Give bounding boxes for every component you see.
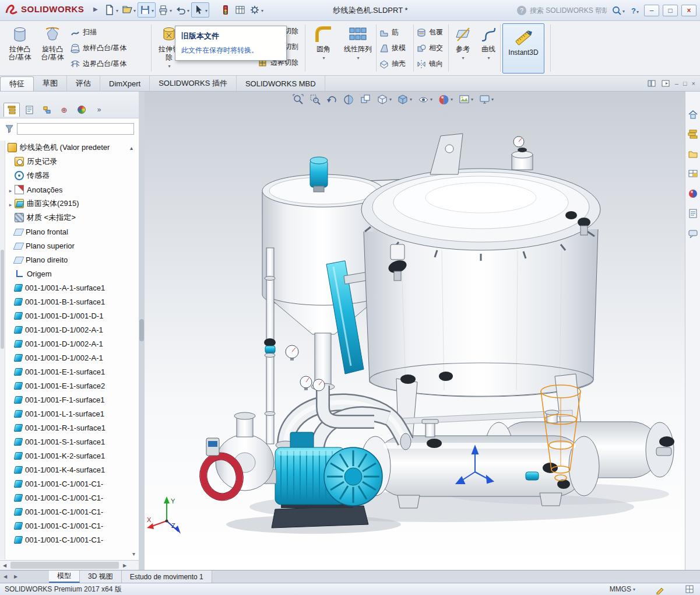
command-tab[interactable]: 评估: [67, 76, 100, 91]
instant3d-button[interactable]: Instant3D: [502, 23, 544, 74]
zoom-to-area-button[interactable]: [309, 94, 321, 105]
expand-panel-icon[interactable]: [685, 584, 694, 594]
tree-item[interactable]: 001-1/001-R-1-surface1: [6, 421, 138, 435]
tree-item[interactable]: Anotações: [6, 183, 138, 197]
tree-item[interactable]: Origem: [6, 267, 138, 281]
tree-item[interactable]: 001-1/001-K-4-surface1: [6, 463, 138, 477]
reference-geometry-button[interactable]: 参考: [450, 22, 476, 61]
doc-close-icon[interactable]: ×: [692, 80, 695, 87]
tree-item[interactable]: 材质 <未指定>: [6, 211, 138, 225]
save-button[interactable]: [138, 2, 156, 18]
maximize-button[interactable]: □: [663, 5, 678, 16]
tree-item[interactable]: 001-1/001-S-1-surface1: [6, 435, 138, 449]
appearances-icon[interactable]: [687, 187, 699, 200]
bottom-tab[interactable]: 3D 视图: [80, 570, 122, 583]
tree-item[interactable]: 001-1/001-B-1-surface1: [6, 295, 138, 309]
section-view-button[interactable]: [343, 94, 354, 105]
tree-root-item[interactable]: 纱线染色机 (Valor predeter ▴: [6, 141, 138, 155]
tree-item[interactable]: 001-1/001-E-1-surface1: [6, 365, 138, 379]
view-orientation-button[interactable]: [377, 94, 392, 105]
tree-item[interactable]: 001-1/001-D-1/001-D-1: [6, 309, 138, 323]
fillet-button[interactable]: 圆角: [307, 22, 340, 61]
help-button[interactable]: ?: [629, 6, 641, 15]
bottom-tab[interactable]: 模型: [49, 570, 80, 583]
displaymanager-tab[interactable]: [73, 103, 90, 117]
undo-button[interactable]: [174, 2, 191, 18]
expand-arrow-icon[interactable]: [7, 200, 14, 208]
model-3d-yarn-dyeing-machine[interactable]: [139, 92, 685, 570]
panel-splitter[interactable]: [139, 92, 145, 570]
lofted-boss-button[interactable]: 放样凸台/基体: [69, 40, 129, 56]
annotation-views-button[interactable]: [360, 94, 371, 105]
expand-arrow-icon[interactable]: [7, 186, 14, 194]
edit-appearance-button[interactable]: [438, 94, 453, 105]
splitter-handle-icon[interactable]: [139, 319, 144, 341]
file-explorer-icon[interactable]: [687, 148, 699, 160]
display-style-button[interactable]: [398, 94, 412, 105]
design-library-icon[interactable]: [687, 128, 699, 141]
tree-item[interactable]: 001-1/001-K-2-surface1: [6, 449, 138, 463]
tree-scroll-down-icon[interactable]: ▾: [132, 551, 135, 557]
open-document-button[interactable]: [120, 2, 137, 18]
command-tab[interactable]: SOLIDWORKS 插件: [150, 76, 237, 91]
doc-minimize-icon[interactable]: –: [675, 80, 678, 87]
tree-vertical-scrollbar[interactable]: [0, 141, 5, 559]
configurationmanager-tab[interactable]: [38, 103, 55, 117]
tree-horizontal-scrollbar[interactable]: ◀ ▶: [0, 560, 139, 570]
command-tab[interactable]: 草图: [34, 76, 67, 91]
hide-show-items-button[interactable]: [418, 94, 432, 105]
intersect-button[interactable]: 相交: [415, 40, 445, 56]
tree-item[interactable]: 001-1/001-C-1/001-C1-: [6, 519, 138, 533]
tree-item[interactable]: Plano frontal: [6, 225, 138, 239]
pane-split-icon[interactable]: [647, 79, 656, 88]
linear-pattern-button[interactable]: 线性阵列: [340, 22, 376, 61]
minimize-button[interactable]: –: [644, 5, 659, 16]
extruded-boss-button[interactable]: 拉伸凸 台/基体: [3, 22, 36, 61]
scrollbar-thumb[interactable]: [10, 562, 119, 569]
tree-item[interactable]: 001-1/001-F-1-surface1: [6, 393, 138, 407]
view-settings-button[interactable]: [479, 94, 494, 105]
swept-boss-button[interactable]: 扫描: [69, 24, 129, 40]
help-search-input[interactable]: [530, 4, 607, 17]
units-selector[interactable]: MMGS: [610, 585, 635, 593]
tree-item[interactable]: 001-1/001-C-1/001-C1-: [6, 477, 138, 491]
view-palette-icon[interactable]: [687, 167, 699, 180]
command-tab[interactable]: DimXpert: [100, 76, 150, 91]
tree-filter-input[interactable]: [17, 123, 134, 135]
wrap-button[interactable]: 包覆: [415, 24, 445, 40]
new-document-button[interactable]: [103, 2, 119, 18]
tree-item[interactable]: 001-1/001-C-1/001-C1-: [6, 505, 138, 519]
doc-restore-icon[interactable]: □: [683, 80, 687, 87]
shell-button[interactable]: 抽壳: [378, 56, 408, 72]
graphics-viewport[interactable]: Y X Z: [139, 92, 685, 570]
tree-item[interactable]: 001-1/001-D-1/002-A-1: [6, 351, 138, 365]
tree-item[interactable]: 001-1/001-D-1/002-A-1: [6, 323, 138, 337]
collapse-tree-icon[interactable]: ▴: [130, 145, 133, 151]
pane-expand-icon[interactable]: [661, 79, 670, 88]
print-button[interactable]: [156, 2, 173, 18]
search-button[interactable]: [610, 3, 626, 18]
propertymanager-tab[interactable]: [21, 103, 37, 117]
tree-item[interactable]: 001-1/001-L-1-surface1: [6, 407, 138, 421]
tree-item[interactable]: 001-1/001-C-1/001-C1-: [6, 533, 138, 547]
dimxpertmanager-tab[interactable]: ⊕: [56, 103, 72, 117]
panel-overflow-tab[interactable]: »: [91, 103, 107, 117]
tree-item[interactable]: 曲面实体(2915): [6, 197, 138, 211]
boundary-boss-button[interactable]: 边界凸台/基体: [69, 56, 129, 72]
tree-item[interactable]: 001-1/001-A-1-surface1: [6, 281, 138, 295]
tree-item[interactable]: 001-1/001-C-1/001-C1-: [6, 491, 138, 505]
tree-item[interactable]: Plano direito: [6, 253, 138, 267]
tree-item[interactable]: 历史记录: [6, 155, 138, 169]
previous-view-button[interactable]: [326, 94, 337, 105]
home-icon[interactable]: [687, 108, 699, 121]
curves-button[interactable]: 曲线: [476, 22, 501, 61]
bottom-tab[interactable]: Estudo de movimento 1: [122, 570, 212, 583]
edit-pencil-icon[interactable]: [655, 584, 665, 594]
pump-with-red-flange[interactable]: [195, 412, 274, 505]
command-tab[interactable]: SOLIDWORKS MBD: [237, 76, 325, 91]
mirror-button[interactable]: 镜向: [415, 56, 445, 72]
forum-icon[interactable]: [687, 227, 699, 240]
scroll-left-button[interactable]: ◀: [0, 561, 9, 570]
featuremanager-tab[interactable]: [3, 103, 20, 117]
scrollbar-thumb[interactable]: [1, 250, 4, 349]
